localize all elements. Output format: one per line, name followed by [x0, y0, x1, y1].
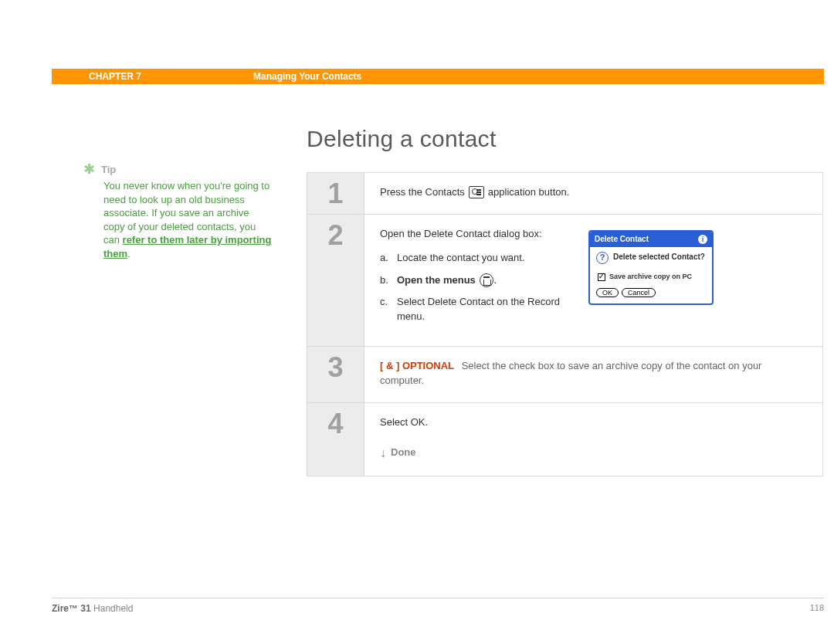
footer-product-bold: Zire™ 31	[52, 603, 91, 614]
checkbox-icon[interactable]: ✓	[598, 273, 605, 281]
footer-page-number: 118	[810, 603, 824, 614]
archive-checkbox-row[interactable]: ✓ Save archive copy on PC	[598, 272, 706, 282]
substep-b-period: .	[493, 274, 497, 286]
cancel-button[interactable]: Cancel	[622, 288, 656, 297]
step-number: 2	[307, 215, 364, 346]
step-number: 4	[307, 403, 364, 476]
page-title: Deleting a contact	[307, 126, 823, 152]
footer-product: Zire™ 31 Handheld	[52, 603, 133, 614]
info-icon[interactable]: i	[698, 235, 707, 244]
chapter-label: CHAPTER 7	[89, 71, 141, 82]
step-row-1: 1 Press the Contacts application button.	[307, 173, 822, 215]
dialog-title: Delete Contact	[595, 234, 649, 246]
step-row-4: 4 Select OK. ↓ Done	[307, 403, 822, 476]
tip-period: .	[127, 248, 131, 259]
substep-b-text: Open the menus	[397, 274, 476, 286]
step-row-3: 3 [ & ] OPTIONAL Select the check box to…	[307, 347, 822, 403]
substep-a-text: Locate the contact you want.	[397, 251, 525, 266]
tip-header: ✱ Tip	[83, 162, 273, 176]
tip-label: Tip	[101, 164, 116, 175]
asterisk-icon: ✱	[83, 162, 95, 176]
step-content: [ & ] OPTIONAL Select the check box to s…	[364, 347, 822, 402]
done-indicator: ↓ Done	[380, 444, 807, 462]
substep-letter: b.	[380, 273, 391, 288]
done-label: Done	[391, 446, 416, 460]
delete-contact-dialog: Delete Contact i ? Delete selected Conta…	[588, 230, 714, 306]
substep-c-text: Select Delete Contact on the Record menu…	[397, 295, 573, 324]
step2-intro: Open the Delete Contact dialog box:	[380, 227, 573, 242]
chapter-header-bar: CHAPTER 7 Managing Your Contacts	[52, 69, 824, 84]
footer-product-rest: Handheld	[91, 603, 134, 614]
tip-sidebar: ✱ Tip You never know when you're going t…	[83, 162, 273, 260]
step-content: Press the Contacts application button.	[364, 173, 822, 214]
optional-tag: [ & ] OPTIONAL	[380, 360, 454, 371]
step4-text: Select OK.	[380, 415, 807, 430]
contacts-icon	[469, 186, 484, 198]
step-number: 3	[307, 347, 364, 402]
step-content: Select OK. ↓ Done	[364, 403, 822, 476]
down-arrow-icon: ↓	[380, 444, 386, 462]
substep-letter: a.	[380, 251, 391, 266]
dialog-titlebar: Delete Contact i	[590, 232, 712, 248]
dialog-message: Delete selected Contact?	[613, 252, 705, 264]
step-number: 1	[307, 173, 364, 214]
step-row-2: 2 Open the Delete Contact dialog box: a.…	[307, 215, 822, 347]
tip-body: You never know when you're going to need…	[103, 179, 273, 260]
main-content: Deleting a contact 1 Press the Contacts …	[307, 126, 823, 476]
step1-text-b: application button.	[488, 185, 570, 200]
menus-icon	[480, 273, 493, 287]
step-content: Open the Delete Contact dialog box: a. L…	[364, 215, 822, 346]
substep-letter: c.	[380, 295, 391, 324]
steps-container: 1 Press the Contacts application button.…	[307, 172, 823, 476]
question-icon: ?	[596, 252, 609, 264]
dialog-body: ? Delete selected Contact? ✓ Save archiv…	[590, 247, 712, 303]
section-title: Managing Your Contacts	[253, 71, 361, 82]
step1-text-a: Press the Contacts	[380, 185, 465, 200]
ok-button[interactable]: OK	[596, 288, 619, 297]
checkbox-label: Save archive copy on PC	[609, 272, 692, 282]
page-footer: Zire™ 31 Handheld 118	[52, 598, 824, 614]
